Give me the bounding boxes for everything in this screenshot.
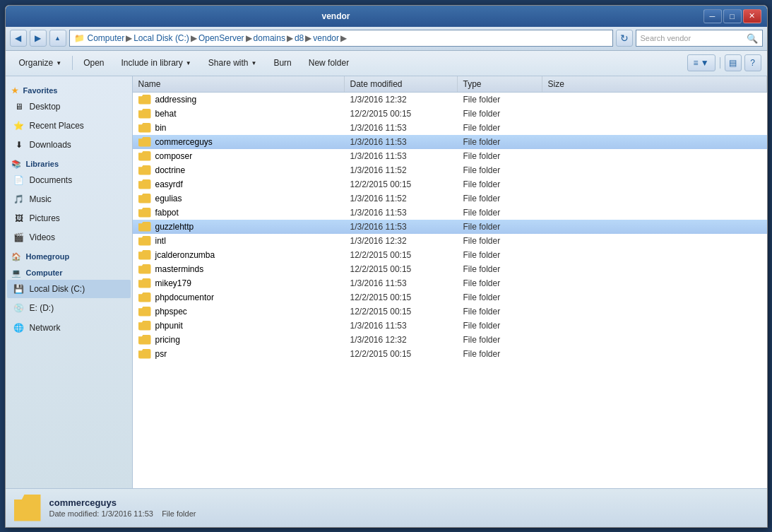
- file-type: File folder: [463, 292, 548, 302]
- music-icon: 🎵: [13, 193, 25, 206]
- sidebar-item-pictures[interactable]: 🖼 Pictures: [7, 209, 131, 227]
- sidebar-item-network[interactable]: 🌐 Network: [7, 319, 131, 337]
- path-domains[interactable]: domains: [254, 33, 285, 43]
- file-name-cell: mikey179: [138, 278, 350, 288]
- computer-label: Computer: [26, 268, 63, 277]
- homegroup-header[interactable]: 🏠 Homegroup: [6, 248, 132, 263]
- organize-button[interactable]: Organize ▼: [11, 53, 70, 73]
- path-openserver[interactable]: OpenServer: [198, 33, 244, 43]
- file-name: phpdocumentor: [155, 292, 214, 302]
- folder-icon: [138, 165, 151, 175]
- sidebar-item-documents[interactable]: 📄 Documents: [7, 171, 131, 189]
- open-button[interactable]: Open: [76, 53, 112, 73]
- sidebar-item-downloads[interactable]: ⬇ Downloads: [7, 136, 131, 154]
- file-date: 1/3/2016 11:53: [350, 123, 463, 133]
- libraries-header[interactable]: 📚 Libraries: [6, 155, 132, 170]
- file-type: File folder: [463, 194, 548, 203]
- folder-icon: [138, 335, 151, 345]
- file-name: doctrine: [155, 165, 186, 175]
- file-type: File folder: [463, 222, 548, 232]
- table-row[interactable]: bin 1/3/2016 11:53 File folder: [133, 121, 767, 135]
- table-row[interactable]: guzzlehttp 1/3/2016 11:53 File folder: [133, 220, 767, 234]
- sidebar-item-desktop[interactable]: 🖥 Desktop: [7, 97, 131, 116]
- table-row[interactable]: pricing 1/3/2016 12:32 File folder: [133, 333, 767, 347]
- file-name-cell: addressing: [138, 95, 350, 105]
- favorites-header[interactable]: ★ Favorites: [6, 82, 132, 97]
- file-list[interactable]: addressing 1/3/2016 12:32 File folder be…: [133, 93, 767, 488]
- up-button[interactable]: ▲: [49, 30, 66, 47]
- table-row[interactable]: mikey179 1/3/2016 11:53 File folder: [133, 276, 767, 290]
- table-row[interactable]: behat 12/2/2015 00:15 File folder: [133, 107, 767, 121]
- table-row[interactable]: fabpot 1/3/2016 11:53 File folder: [133, 206, 767, 220]
- path-computer[interactable]: Computer: [88, 33, 125, 43]
- sidebar-item-recent-places[interactable]: ⭐ Recent Places: [7, 117, 131, 135]
- file-name: egulias: [155, 194, 182, 203]
- burn-button[interactable]: Burn: [266, 53, 299, 73]
- share-with-button[interactable]: Share with ▼: [201, 53, 265, 73]
- path-vendor[interactable]: vendor: [313, 33, 339, 43]
- sidebar-item-documents-label: Documents: [30, 175, 73, 185]
- sidebar-item-local-disk[interactable]: 💾 Local Disk (C:): [7, 280, 131, 298]
- file-date: 12/2/2015 00:15: [350, 349, 463, 359]
- folder-icon: [138, 250, 151, 260]
- table-row[interactable]: composer 1/3/2016 11:53 File folder: [133, 149, 767, 163]
- col-header-size[interactable]: Size: [542, 76, 767, 92]
- burn-label: Burn: [273, 58, 291, 68]
- new-folder-button[interactable]: New folder: [301, 53, 357, 73]
- table-row[interactable]: phpdocumentor 12/2/2015 00:15 File folde…: [133, 290, 767, 305]
- sidebar-item-music-label: Music: [30, 194, 52, 204]
- file-name-cell: pricing: [138, 335, 350, 345]
- file-name: commerceguys: [155, 137, 213, 147]
- preview-pane-button[interactable]: ▤: [725, 54, 742, 71]
- address-bar: ◀ ▶ ▲ 📁 Computer ▶ Local Disk (C:) ▶ Ope…: [6, 27, 767, 51]
- path-d8[interactable]: d8: [295, 33, 304, 43]
- table-row[interactable]: phpspec 12/2/2015 00:15 File folder: [133, 305, 767, 319]
- include-in-library-button[interactable]: Include in library ▼: [113, 53, 198, 73]
- path-local-disk[interactable]: Local Disk (C:): [133, 33, 189, 43]
- file-type: File folder: [463, 123, 548, 133]
- back-button[interactable]: ◀: [10, 30, 27, 47]
- search-box[interactable]: Search vendor 🔍: [636, 30, 763, 47]
- file-name: addressing: [155, 95, 197, 105]
- sidebar-item-recent-label: Recent Places: [30, 121, 84, 131]
- downloads-icon: ⬇: [13, 138, 25, 151]
- table-row[interactable]: masterminds 12/2/2015 00:15 File folder: [133, 262, 767, 276]
- table-row[interactable]: jcalderonzumba 12/2/2015 00:15 File fold…: [133, 248, 767, 262]
- status-bar: commerceguys Date modified: 1/3/2016 11:…: [6, 488, 767, 527]
- file-name: bin: [155, 123, 167, 133]
- col-header-date[interactable]: Date modified: [345, 76, 458, 92]
- videos-icon: 🎬: [13, 231, 25, 244]
- table-row[interactable]: easyrdf 12/2/2015 00:15 File folder: [133, 177, 767, 191]
- col-header-name[interactable]: Name: [133, 76, 345, 92]
- table-row[interactable]: intl 1/3/2016 12:32 File folder: [133, 234, 767, 248]
- maximize-button[interactable]: □: [723, 9, 742, 23]
- file-type: File folder: [463, 236, 548, 246]
- refresh-button[interactable]: ↻: [616, 30, 633, 47]
- minimize-button[interactable]: ─: [703, 9, 722, 23]
- sidebar-item-drive-e[interactable]: 💿 E: (D:): [7, 299, 131, 317]
- file-date: 1/3/2016 11:52: [350, 165, 463, 175]
- table-row[interactable]: commerceguys 1/3/2016 11:53 File folder: [133, 135, 767, 149]
- table-row[interactable]: phpunit 1/3/2016 11:53 File folder: [133, 319, 767, 333]
- table-row[interactable]: egulias 1/3/2016 11:52 File folder: [133, 191, 767, 206]
- sidebar-item-drive-e-label: E: (D:): [30, 303, 54, 313]
- close-button[interactable]: ✕: [743, 9, 761, 23]
- sidebar-item-videos[interactable]: 🎬 Videos: [7, 228, 131, 247]
- file-name-cell: commerceguys: [138, 137, 350, 147]
- view-toggle-button[interactable]: ≡ ▼: [687, 54, 715, 71]
- col-header-type[interactable]: Type: [458, 76, 542, 92]
- file-name-cell: doctrine: [138, 165, 350, 175]
- file-date: 1/3/2016 11:52: [350, 194, 463, 203]
- desktop-icon: 🖥: [13, 100, 25, 113]
- folder-icon: [138, 95, 151, 105]
- forward-button[interactable]: ▶: [30, 30, 47, 47]
- table-row[interactable]: psr 12/2/2015 00:15 File folder: [133, 347, 767, 361]
- help-button[interactable]: ?: [744, 54, 761, 71]
- table-row[interactable]: addressing 1/3/2016 12:32 File folder: [133, 93, 767, 107]
- homegroup-label: Homegroup: [26, 252, 70, 261]
- sidebar-item-music[interactable]: 🎵 Music: [7, 190, 131, 208]
- computer-header[interactable]: 💻 Computer: [6, 264, 132, 279]
- table-row[interactable]: doctrine 1/3/2016 11:52 File folder: [133, 163, 767, 177]
- pictures-icon: 🖼: [13, 212, 25, 225]
- address-path[interactable]: 📁 Computer ▶ Local Disk (C:) ▶ OpenServe…: [69, 30, 613, 47]
